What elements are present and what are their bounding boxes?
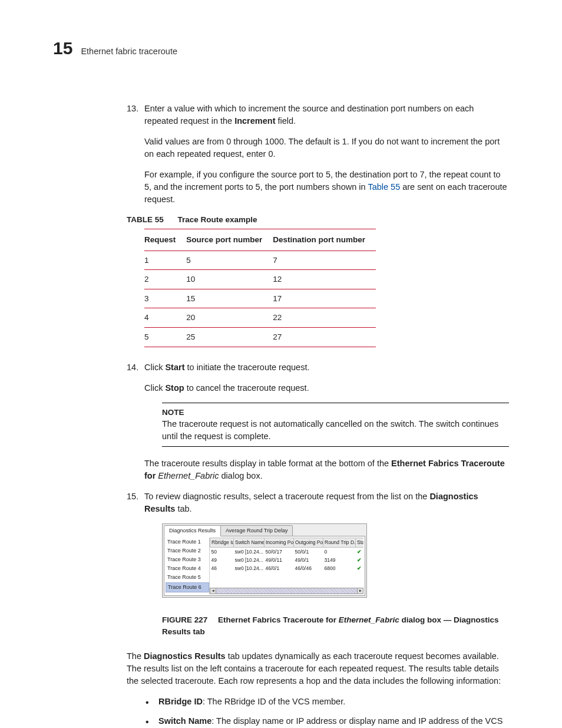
table-row: 21012 — [144, 270, 376, 289]
results-table: Rbridge Id Switch Name Incoming Port Out… — [210, 538, 363, 572]
check-icon: ✔ — [356, 564, 364, 572]
text: Ethernet Fabrics Traceroute for — [218, 615, 339, 624]
check-icon: ✔ — [356, 556, 364, 564]
chapter-number: 15 — [53, 35, 72, 61]
trace-route-list[interactable]: Trace Route 1 Trace Route 2 Trace Route … — [166, 538, 210, 594]
text: field. — [275, 116, 296, 126]
col-source-port: Source port number — [186, 229, 273, 251]
tab-name: Diagnostics Results — [144, 651, 226, 661]
figure-panel: Trace Route 1 Trace Route 2 Trace Route … — [164, 536, 365, 596]
scroll-right-icon[interactable]: ▸ — [357, 588, 363, 594]
page-title: Ethernet fabric traceroute — [81, 45, 177, 58]
col-outgoing[interactable]: Outgoing Port — [294, 538, 323, 547]
table-row: 42022 — [144, 308, 376, 328]
bullet-switch-name: Switch Name: The display name or IP addr… — [144, 715, 509, 728]
text: To review diagnostic results, select a t… — [144, 492, 429, 501]
step-number: 15. — [127, 490, 138, 503]
table-55-caption: TABLE 55 Trace Route example — [127, 214, 509, 226]
table-header-row: Rbridge Id Switch Name Incoming Port Out… — [210, 538, 364, 547]
results-table-area: Rbridge Id Switch Name Incoming Port Out… — [210, 538, 363, 594]
content-body: 13. Enter a value with which to incremen… — [127, 103, 509, 729]
horizontal-scrollbar[interactable]: ◂ ▸ — [210, 588, 363, 594]
text: tab. — [175, 504, 191, 513]
table-row: 52527 — [144, 327, 376, 347]
field-name-increment: Increment — [234, 116, 275, 126]
text: Click — [144, 363, 165, 372]
text-italic: Ethernet_Fabric — [339, 615, 399, 624]
table-row: 31517 — [144, 289, 376, 308]
col-status[interactable]: Status — [356, 538, 364, 547]
table-row[interactable]: 50sw0 [10.24...50/0/1750/0/10✔ — [210, 547, 364, 556]
list-item[interactable]: Trace Route 5 — [166, 573, 209, 582]
scroll-left-icon[interactable]: ◂ — [210, 588, 216, 594]
col-rbridge[interactable]: Rbridge Id — [210, 538, 234, 547]
table-row: 157 — [144, 251, 376, 270]
bullet-label: Switch Name — [158, 716, 211, 726]
step-15: 15. To review diagnostic results, select… — [127, 490, 509, 637]
col-request: Request — [144, 229, 186, 251]
col-dest-port: Destination port number — [273, 229, 376, 251]
step-number: 14. — [127, 361, 138, 374]
scroll-track[interactable] — [216, 588, 357, 594]
info-bullets: RBridge ID: The RBridge ID of the VCS me… — [144, 696, 509, 728]
table-label: TABLE 55 — [127, 215, 164, 224]
list-item[interactable]: Trace Route 1 — [166, 538, 209, 546]
col-switch-name[interactable]: Switch Name — [234, 538, 265, 547]
list-item[interactable]: Trace Route 4 — [166, 564, 209, 573]
col-rtd[interactable]: Round Trip D... — [323, 538, 356, 547]
dialog-name-italic: Ethernet_Fabric — [158, 471, 219, 480]
list-item-selected[interactable]: Trace Route 6 — [166, 582, 209, 592]
page-header: 15 Ethernet fabric traceroute — [53, 35, 509, 61]
text: to cancel the traceroute request. — [184, 383, 309, 393]
text: Valid values are from 0 through 1000. Th… — [144, 136, 509, 160]
step-number: 13. — [127, 103, 138, 115]
tab-avg-round-trip[interactable]: Average Round Trip Delay — [220, 525, 293, 536]
col-incoming[interactable]: Incoming Port — [265, 538, 294, 547]
note-box: NOTE The traceroute request is not autom… — [162, 403, 509, 447]
button-name-start: Start — [165, 363, 184, 372]
table-title: Trace Route example — [178, 215, 257, 224]
table-row[interactable]: 49sw0 [10.24...49/0/1149/0/13149✔ — [210, 556, 364, 564]
figure-tabbar: Diagnostics Results Average Round Trip D… — [164, 525, 365, 536]
bullet-label: RBridge ID — [158, 697, 203, 706]
figure-227: Diagnostics Results Average Round Trip D… — [162, 523, 367, 598]
check-icon: ✔ — [356, 547, 364, 556]
step-13: 13. Enter a value with which to incremen… — [127, 103, 509, 206]
table-55: Request Source port number Destination p… — [144, 229, 376, 347]
figure-label: FIGURE 227 — [162, 615, 207, 624]
text: Click — [144, 383, 165, 393]
figure-227-caption: FIGURE 227 Ethernet Fabrics Traceroute f… — [162, 614, 509, 637]
tab-diagnostics-results[interactable]: Diagnostics Results — [164, 525, 221, 536]
note-label: NOTE — [162, 407, 509, 419]
text: dialog box. — [219, 471, 263, 480]
link-table-55[interactable]: Table 55 — [368, 182, 400, 192]
text: The traceroute results display in table … — [144, 459, 391, 468]
table-row[interactable]: 46sw0 [10.24...46/0/146/0/466800✔ — [210, 564, 364, 572]
bullet-text: : The RBridge ID of the VCS member. — [203, 697, 345, 706]
list-item[interactable]: Trace Route 2 — [166, 546, 209, 555]
bullet-rbridge-id: RBridge ID: The RBridge ID of the VCS me… — [144, 696, 509, 708]
button-name-stop: Stop — [165, 383, 184, 393]
text: to initiate the traceroute request. — [185, 363, 310, 372]
step-14: 14. Click Start to initiate the tracerou… — [127, 361, 509, 483]
list-item[interactable]: Trace Route 3 — [166, 555, 209, 564]
note-text: The traceroute request is not automatica… — [162, 418, 509, 443]
text: Enter a value with which to increment th… — [144, 104, 474, 126]
table-header-row: Request Source port number Destination p… — [144, 229, 376, 251]
text: The — [127, 651, 144, 661]
